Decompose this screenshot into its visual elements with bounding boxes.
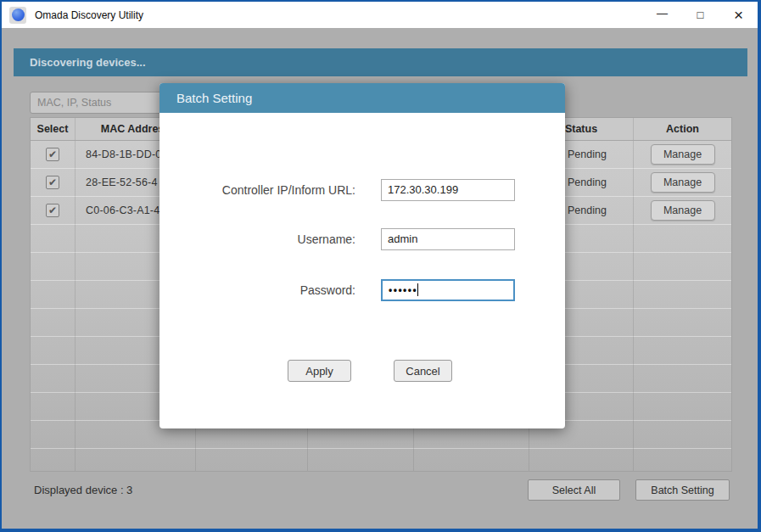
minimize-icon: — <box>657 8 668 19</box>
username-label: Username: <box>159 228 355 250</box>
window-title: Omada Discovery Utility <box>35 9 143 21</box>
row-checkbox[interactable]: ✔ <box>46 204 59 217</box>
text-cursor <box>417 283 418 296</box>
username-field-row: Username: admin <box>159 228 565 250</box>
omada-logo-icon <box>9 7 26 24</box>
content-area: Discovering devices... Select MAC Addres… <box>2 28 758 529</box>
close-icon: × <box>734 7 743 23</box>
row-checkbox[interactable]: ✔ <box>46 176 59 189</box>
app-window: Omada Discovery Utility — □ × Discoverin… <box>0 0 761 532</box>
controller-url-label: Controller IP/Inform URL: <box>159 179 355 201</box>
manage-button[interactable]: Manage <box>651 172 715 193</box>
controller-url-field-row: Controller IP/Inform URL: 172.30.30.199 <box>159 179 565 201</box>
column-header-action: Action <box>634 118 731 140</box>
apply-button[interactable]: Apply <box>288 360 351 382</box>
password-input[interactable]: •••••• <box>381 279 515 301</box>
displayed-device-count: Displayed device : 3 <box>34 478 132 503</box>
table-row-empty <box>31 449 731 472</box>
status-banner: Discovering devices... <box>14 48 747 76</box>
controller-url-input[interactable]: 172.30.30.199 <box>381 179 515 201</box>
manage-button[interactable]: Manage <box>651 144 715 165</box>
minimize-button[interactable]: — <box>643 2 681 28</box>
titlebar: Omada Discovery Utility — □ × <box>2 2 758 28</box>
password-label: Password: <box>159 279 355 301</box>
password-masked-value: •••••• <box>389 284 417 296</box>
batch-setting-dialog: Batch Setting Controller IP/Inform URL: … <box>159 83 565 428</box>
username-input[interactable]: admin <box>381 228 515 250</box>
cancel-button[interactable]: Cancel <box>394 360 452 382</box>
maximize-button[interactable]: □ <box>681 2 719 28</box>
select-all-button[interactable]: Select All <box>528 479 620 501</box>
manage-button[interactable]: Manage <box>651 200 715 221</box>
row-checkbox[interactable]: ✔ <box>46 148 59 161</box>
close-button[interactable]: × <box>719 2 758 28</box>
dialog-title: Batch Setting <box>159 83 565 113</box>
window-controls: — □ × <box>643 2 758 28</box>
batch-setting-button[interactable]: Batch Setting <box>635 479 730 501</box>
column-header-select: Select <box>31 118 76 140</box>
password-field-row: Password: •••••• <box>159 279 565 301</box>
maximize-icon: □ <box>697 9 704 20</box>
